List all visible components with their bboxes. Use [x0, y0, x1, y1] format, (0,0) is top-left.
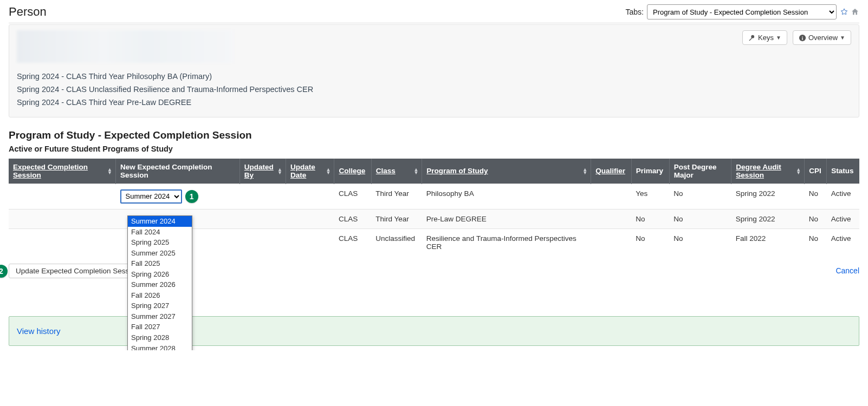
- col-cpi: CPI: [805, 159, 827, 184]
- favorite-star-icon[interactable]: [840, 8, 848, 16]
- divider: [9, 23, 859, 23]
- session-option[interactable]: Spring 2027: [128, 300, 192, 311]
- tabs-select[interactable]: Program of Study - Expected Completion S…: [647, 4, 837, 19]
- col-college[interactable]: College: [334, 159, 371, 184]
- overview-button-label: Overview: [808, 34, 838, 42]
- keys-button[interactable]: Keys ▼: [742, 30, 787, 45]
- redacted-person-block: [17, 30, 234, 63]
- cancel-link[interactable]: Cancel: [835, 266, 859, 275]
- session-option[interactable]: Summer 2025: [128, 248, 192, 259]
- page-title: Person: [9, 5, 47, 19]
- session-option[interactable]: Fall 2024: [128, 227, 192, 238]
- session-option[interactable]: Spring 2025: [128, 237, 192, 248]
- table-row: Summer 2024 1 CLAS Third Year Philosophy…: [9, 184, 859, 209]
- program-line: Spring 2024 - CLAS Third Year Pre-Law DE…: [17, 96, 851, 109]
- subsection-title: Active or Future Student Programs of Stu…: [9, 145, 859, 153]
- program-line: Spring 2024 - CLAS Third Year Philosophy…: [17, 70, 851, 83]
- session-option[interactable]: Fall 2027: [128, 322, 192, 332]
- info-icon: i: [799, 34, 806, 42]
- view-history-link[interactable]: View history: [17, 326, 61, 336]
- col-new-expected: New Expected Completion Session: [116, 159, 240, 184]
- session-option[interactable]: Summer 2024: [128, 216, 192, 227]
- session-dropdown-list[interactable]: Summer 2024Fall 2024Spring 2025Summer 20…: [127, 215, 192, 350]
- overview-button[interactable]: i Overview ▼: [793, 30, 851, 45]
- callout-badge-1: 1: [185, 190, 198, 203]
- key-icon: [748, 34, 756, 42]
- program-line: Spring 2024 - CLAS Unclassified Resilien…: [17, 83, 851, 96]
- caret-down-icon: ▼: [776, 35, 781, 41]
- caret-down-icon: ▼: [840, 35, 845, 41]
- session-option[interactable]: Spring 2026: [128, 269, 192, 280]
- session-option[interactable]: Fall 2025: [128, 258, 192, 269]
- tabs-label: Tabs:: [626, 8, 644, 16]
- keys-button-label: Keys: [758, 34, 774, 42]
- session-option[interactable]: Summer 2026: [128, 279, 192, 290]
- col-qualifier[interactable]: Qualifier: [591, 159, 632, 184]
- col-post-degree: Post Degree Major: [669, 159, 731, 184]
- session-option[interactable]: Fall 2026: [128, 290, 192, 301]
- callout-badge-2: 2: [0, 265, 8, 278]
- svg-text:i: i: [802, 35, 803, 41]
- section-title: Program of Study - Expected Completion S…: [9, 129, 859, 141]
- program-summary-lines: Spring 2024 - CLAS Third Year Philosophy…: [17, 70, 851, 109]
- col-expected[interactable]: Expected Completion Session▲▼: [9, 159, 116, 184]
- col-status: Status: [827, 159, 859, 184]
- session-option[interactable]: Summer 2028: [128, 343, 192, 350]
- session-option[interactable]: Summer 2027: [128, 311, 192, 322]
- col-primary: Primary: [631, 159, 669, 184]
- col-update-date[interactable]: Update Date▲▼: [286, 159, 334, 184]
- col-updated-by[interactable]: Updated By▲▼: [239, 159, 286, 184]
- session-option[interactable]: Spring 2028: [128, 332, 192, 343]
- col-program[interactable]: Program of Study▲▼: [422, 159, 591, 184]
- col-degree-audit[interactable]: Degree Audit Session▲▼: [731, 159, 805, 184]
- col-class[interactable]: Class▲▼: [371, 159, 422, 184]
- new-session-select[interactable]: Summer 2024: [120, 189, 182, 204]
- home-icon[interactable]: [851, 8, 859, 16]
- info-panel: Keys ▼ i Overview ▼ Spring 2024 - CLAS T…: [9, 24, 859, 117]
